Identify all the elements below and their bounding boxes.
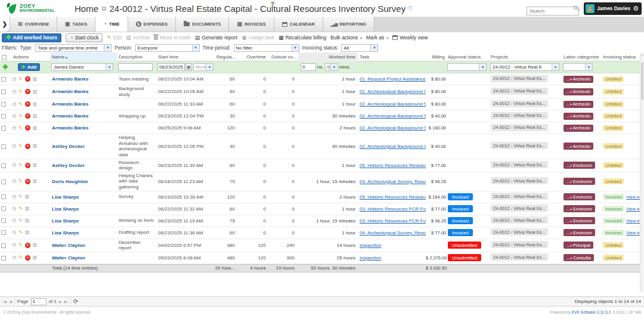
task-link[interactable]: 02. Archeological Background St [360, 113, 426, 119]
delete-icon[interactable]: ✕ [25, 163, 30, 168]
tab-expenses[interactable]: $ EXPENSES [128, 17, 176, 32]
minutes-select[interactable]: 0 ▼ [325, 63, 338, 71]
person-name-link[interactable]: Lisa Sharpe [52, 230, 79, 236]
breadcrumb-home[interactable]: Home [75, 4, 98, 14]
edit-icon[interactable]: ✎ [18, 243, 23, 247]
person-name-link[interactable]: Walter Clayton [52, 255, 85, 261]
column-regular[interactable]: Regula... [215, 54, 239, 60]
invoicing-status-select[interactable]: All ▼ [341, 44, 378, 52]
archive-icon[interactable]: ▥ [25, 194, 30, 199]
person-select[interactable]: Everyone ▼ [135, 44, 200, 52]
task-link[interactable]: 03. Historic Resources PCR Form [360, 206, 426, 212]
archive-icon[interactable]: ▥ [33, 179, 38, 184]
start-clock-button[interactable]: ◔ Start clock [66, 33, 103, 42]
scroll-up-icon[interactable]: ▲ [640, 52, 644, 57]
timer-icon[interactable]: ◷ [12, 206, 16, 211]
edit-icon[interactable]: ✎ [18, 194, 23, 199]
delete-icon[interactable]: ✕ [25, 255, 30, 261]
timer-icon[interactable]: ◷ [12, 163, 16, 168]
tab-overview[interactable]: ⊞ OVERVIEW [10, 17, 57, 32]
project-pill[interactable]: 24-0012 - Virtus Real Es... [491, 75, 548, 82]
delete-icon[interactable]: ✕ [25, 144, 30, 149]
generate-report-button[interactable]: ▤ Generate report [195, 35, 238, 41]
column-invoicing-status[interactable]: Invoicing status [601, 54, 644, 60]
edit-icon[interactable]: ✎ [18, 206, 23, 211]
labor-category-badge[interactable]: ...• Environm [564, 217, 595, 224]
archive-icon[interactable]: ▥ [33, 243, 38, 247]
column-overtime[interactable]: Overtime [239, 54, 270, 60]
task-link[interactable]: 02. Archeological Background St [360, 89, 426, 94]
select-all-checkbox[interactable] [0, 54, 10, 60]
page-input[interactable] [31, 298, 47, 305]
archive-icon[interactable]: ▥ [33, 163, 38, 168]
edit-icon[interactable]: ✎ [18, 163, 23, 168]
labor-category-badge[interactable]: ...• Environm [564, 205, 595, 212]
refresh-icon[interactable]: ⟳ [73, 299, 78, 305]
labor-select[interactable]: ▼ [563, 63, 593, 71]
person-name-link[interactable]: Walter Clayton [52, 243, 85, 248]
row-checkbox-cell[interactable] [0, 143, 10, 150]
archive-icon[interactable]: ▥ [25, 230, 30, 235]
person-name-link[interactable]: Armando Banks [52, 125, 88, 131]
column-double-overtime[interactable]: Dobule ov... [270, 54, 298, 60]
project-pill[interactable]: 24-0012 - Virtus Real Es... [491, 253, 548, 261]
labor-category-badge[interactable]: ...• Archeolo [564, 76, 593, 83]
person-select[interactable]: James Davies ▼ [51, 63, 113, 71]
labor-category-badge[interactable]: ...• Environm [564, 178, 595, 185]
labor-category-badge[interactable]: ...• Environm [564, 162, 595, 169]
column-projects[interactable]: Projects [489, 54, 562, 60]
row-checkbox-cell[interactable] [0, 242, 10, 249]
timer-icon[interactable]: ◷ [12, 179, 16, 184]
column-description[interactable]: Description [117, 54, 156, 60]
project-pill[interactable]: 24-0012 - Virtus Real Es... [491, 228, 548, 236]
tab-documents[interactable]: DOCUMENTS [176, 17, 229, 32]
edit-icon[interactable]: ✎ [18, 126, 23, 131]
archive-icon[interactable]: ▥ [33, 144, 38, 148]
timer-icon[interactable]: ◷ [12, 230, 16, 235]
weekly-view-button[interactable]: Weekly view [392, 35, 428, 41]
project-pill[interactable]: 24-0012 - Virtus Real Es... [491, 241, 548, 248]
row-checkbox-cell[interactable] [0, 255, 10, 261]
task-link[interactable]: 01. Request Project Assistance [360, 76, 426, 82]
task-link[interactable]: Inspection [360, 255, 381, 261]
edit-icon[interactable]: ✎ [18, 144, 23, 148]
person-name-link[interactable]: Lisa Sharpe [52, 206, 79, 212]
company-logo[interactable]: ZOEY ENVIRONMENTAL [5, 2, 67, 15]
delete-icon[interactable]: ✕ [25, 101, 30, 107]
project-pill[interactable]: 24-0012 - Virtus Real Es... [491, 100, 548, 107]
delete-icon[interactable]: ✕ [25, 76, 30, 82]
archive-icon[interactable]: ▥ [33, 77, 38, 82]
tab-tasks[interactable]: ▣ TASKS [57, 17, 95, 32]
date-input[interactable] [157, 63, 185, 71]
row-checkbox-cell[interactable] [0, 113, 10, 119]
row-checkbox-cell[interactable] [0, 194, 10, 200]
next-page-icon[interactable]: ▶ [59, 300, 62, 304]
archive-icon[interactable]: ▥ [33, 255, 38, 260]
person-name-link[interactable]: Ashley Decker [52, 163, 85, 168]
column-name[interactable]: Name ▴ [50, 52, 117, 61]
project-pill[interactable]: 24-0012 - Virtus Real Es... [491, 205, 548, 212]
task-link[interactable]: 02. Archeological Background St [360, 101, 426, 107]
project-pill[interactable]: 24-0012 - Virtus Real Es... [491, 177, 548, 184]
timer-icon[interactable]: ◷ [12, 102, 16, 107]
person-name-link[interactable]: Ashley Decker [52, 144, 85, 149]
edit-icon[interactable]: ✎ [18, 255, 23, 260]
tab-invoices[interactable]: ▤ INVOICES [229, 17, 274, 32]
labor-category-badge[interactable]: ...• Archeolo [564, 143, 593, 150]
row-checkbox-cell[interactable] [0, 218, 10, 224]
task-link[interactable]: 05. Historic Resources Research [360, 194, 426, 200]
task-link[interactable]: 03. Historic Resources PCR Form [360, 218, 426, 224]
row-checkbox-cell[interactable] [0, 230, 10, 236]
add-worked-hours-button[interactable]: ✚ Add worked hours [2, 33, 61, 42]
tab-time[interactable]: ◔ TIME [95, 17, 128, 32]
tab-calendar[interactable]: CALENDAR [274, 17, 323, 32]
time-period-select[interactable]: No filter ▼ [234, 44, 299, 52]
labor-category-badge[interactable]: ...• Archeolo [564, 113, 593, 120]
archive-icon[interactable]: ▥ [33, 102, 38, 107]
edit-icon[interactable]: ✎ [18, 114, 23, 119]
person-name-link[interactable]: Lisa Sharpe [52, 218, 79, 224]
user-menu[interactable]: James Davies ⚙ [584, 2, 642, 15]
add-button[interactable]: ✚ Add [18, 63, 40, 71]
timer-icon[interactable]: ◷ [12, 89, 16, 94]
task-link[interactable]: 02. Archeological Background St [360, 144, 426, 149]
